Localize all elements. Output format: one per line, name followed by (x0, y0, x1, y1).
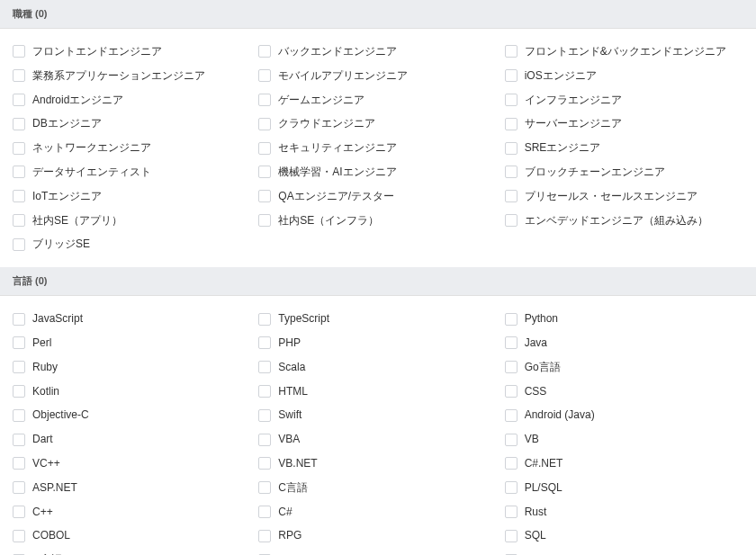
checkbox-item[interactable]: VC++ (9, 452, 255, 476)
checkbox-box[interactable] (258, 313, 271, 326)
checkbox-box[interactable] (258, 142, 271, 155)
checkbox-item[interactable]: Apex (501, 548, 747, 555)
checkbox-box[interactable] (13, 336, 25, 349)
checkbox-box[interactable] (258, 214, 271, 227)
checkbox-box[interactable] (258, 361, 271, 373)
checkbox-item[interactable]: DBエンジニア (9, 112, 255, 136)
checkbox-box[interactable] (13, 409, 25, 422)
checkbox-box[interactable] (258, 336, 271, 349)
checkbox-item[interactable]: ブリッジSE (9, 232, 255, 256)
checkbox-box[interactable] (13, 385, 25, 398)
checkbox-box[interactable] (13, 506, 25, 518)
checkbox-box[interactable] (505, 506, 518, 518)
checkbox-item[interactable]: RPG (255, 524, 500, 548)
checkbox-item[interactable]: JavaScript (9, 307, 255, 331)
checkbox-item[interactable]: VB (501, 427, 747, 452)
checkbox-box[interactable] (13, 214, 25, 227)
checkbox-item[interactable]: C# (255, 500, 500, 524)
checkbox-item[interactable]: ゲームエンジニア (255, 88, 500, 112)
checkbox-item[interactable]: PL/SQL (501, 476, 747, 500)
checkbox-box[interactable] (505, 45, 518, 58)
checkbox-item[interactable]: C#.NET (501, 452, 747, 476)
checkbox-item[interactable]: R言語 (9, 548, 255, 555)
checkbox-box[interactable] (505, 214, 518, 227)
checkbox-item[interactable]: フロントエンドエンジニア (9, 40, 255, 64)
checkbox-item[interactable]: Androidエンジニア (9, 88, 255, 112)
checkbox-box[interactable] (258, 45, 271, 58)
checkbox-item[interactable]: Java (501, 331, 747, 355)
checkbox-box[interactable] (505, 118, 518, 130)
checkbox-item[interactable]: プリセールス・セールスエンジニア (501, 184, 747, 209)
checkbox-item[interactable]: SQL (501, 524, 747, 548)
checkbox-box[interactable] (13, 238, 25, 251)
checkbox-box[interactable] (505, 190, 518, 202)
checkbox-box[interactable] (505, 385, 518, 398)
checkbox-item[interactable]: バックエンドエンジニア (255, 40, 500, 64)
checkbox-box[interactable] (13, 457, 25, 470)
checkbox-box[interactable] (505, 361, 518, 373)
checkbox-box[interactable] (258, 166, 271, 178)
checkbox-item[interactable]: Kotlin (9, 380, 255, 404)
checkbox-item[interactable]: ブロックチェーンエンジニア (501, 160, 747, 184)
checkbox-box[interactable] (13, 434, 25, 446)
checkbox-box[interactable] (505, 481, 518, 494)
checkbox-box[interactable] (505, 530, 518, 542)
checkbox-box[interactable] (13, 530, 25, 542)
checkbox-item[interactable]: 機械学習・AIエンジニア (255, 160, 500, 184)
checkbox-box[interactable] (13, 45, 25, 58)
checkbox-box[interactable] (258, 118, 271, 130)
checkbox-item[interactable]: VBA (255, 427, 500, 452)
checkbox-item[interactable]: ASP.NET (9, 476, 255, 500)
checkbox-box[interactable] (13, 118, 25, 130)
checkbox-box[interactable] (13, 94, 25, 106)
checkbox-box[interactable] (258, 94, 271, 106)
checkbox-box[interactable] (505, 409, 518, 422)
checkbox-box[interactable] (13, 166, 25, 178)
checkbox-item[interactable]: Dart (9, 427, 255, 452)
checkbox-box[interactable] (13, 190, 25, 202)
checkbox-box[interactable] (258, 506, 271, 518)
checkbox-item[interactable]: C++ (9, 500, 255, 524)
checkbox-item[interactable]: エンベデッドエンジニア（組み込み） (501, 209, 747, 233)
checkbox-box[interactable] (505, 94, 518, 106)
checkbox-box[interactable] (13, 313, 25, 326)
checkbox-box[interactable] (13, 481, 25, 494)
checkbox-item[interactable]: 社内SE（アプリ） (9, 209, 255, 233)
checkbox-item[interactable]: Python (501, 307, 747, 331)
checkbox-box[interactable] (505, 457, 518, 470)
checkbox-item[interactable]: Ruby (9, 355, 255, 380)
checkbox-item[interactable]: インフラエンジニア (501, 88, 747, 112)
checkbox-box[interactable] (13, 142, 25, 155)
checkbox-box[interactable] (505, 69, 518, 82)
checkbox-box[interactable] (505, 142, 518, 155)
checkbox-item[interactable]: Android (Java) (501, 403, 747, 427)
checkbox-box[interactable] (258, 409, 271, 422)
checkbox-item[interactable]: ネットワークエンジニア (9, 136, 255, 160)
checkbox-item[interactable]: Scala (255, 355, 500, 380)
checkbox-item[interactable]: フロントエンド&バックエンドエンジニア (501, 40, 747, 64)
checkbox-item[interactable]: CSS (501, 380, 747, 404)
checkbox-item[interactable]: COBOL (9, 524, 255, 548)
checkbox-item[interactable]: 業務系アプリケーションエンジニア (9, 64, 255, 88)
checkbox-box[interactable] (13, 361, 25, 373)
checkbox-item[interactable]: VB.NET (255, 452, 500, 476)
checkbox-item[interactable]: データサイエンティスト (9, 160, 255, 184)
checkbox-item[interactable]: Objective-C (9, 403, 255, 427)
checkbox-item[interactable]: SREエンジニア (501, 136, 747, 160)
checkbox-box[interactable] (258, 434, 271, 446)
checkbox-item[interactable]: TypeScript (255, 307, 500, 331)
checkbox-item[interactable]: クラウドエンジニア (255, 112, 500, 136)
checkbox-item[interactable]: PHP (255, 331, 500, 355)
checkbox-item[interactable]: IoTエンジニア (9, 184, 255, 209)
checkbox-box[interactable] (258, 457, 271, 470)
checkbox-box[interactable] (505, 313, 518, 326)
checkbox-item[interactable]: Perl (9, 331, 255, 355)
checkbox-item[interactable]: QAエンジニア/テスター (255, 184, 500, 209)
checkbox-item[interactable]: GraphQL (255, 548, 500, 555)
checkbox-item[interactable]: モバイルアプリエンジニア (255, 64, 500, 88)
checkbox-box[interactable] (505, 336, 518, 349)
checkbox-box[interactable] (258, 530, 271, 542)
checkbox-box[interactable] (258, 481, 271, 494)
checkbox-item[interactable]: iOSエンジニア (501, 64, 747, 88)
checkbox-box[interactable] (258, 69, 271, 82)
